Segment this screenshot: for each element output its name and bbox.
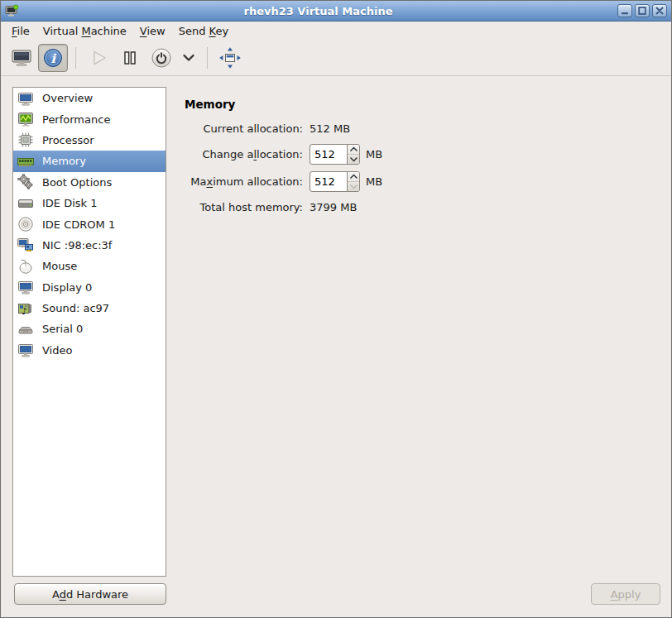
sidebar-item-label: Serial 0 [42,323,83,335]
sidebar-item-label: Processor [42,134,94,146]
maximum-allocation-spin-down [348,182,359,191]
titlebar[interactable]: rhevh23 Virtual Machine [1,1,671,22]
processor-icon [17,131,35,149]
power-icon [150,46,173,69]
change-allocation-input[interactable] [310,145,347,164]
sidebar-item-ide-cdrom-1[interactable]: IDE CDROM 1 [13,213,166,234]
sidebar-item-label: IDE Disk 1 [42,197,98,209]
boot-options-icon [17,173,35,191]
memory-icon [17,152,35,170]
maximum-allocation-spin-up[interactable] [348,172,359,182]
nic-icon [17,236,35,254]
sidebar-item-label: Overview [42,92,93,104]
sidebar-item-label: NIC :98:ec:3f [42,239,112,252]
shutdown-menu-button[interactable] [178,44,199,72]
svg-text:♪: ♪ [22,305,27,316]
spin-up-icon [349,174,358,180]
pause-button[interactable] [115,44,145,72]
sidebar-item-mouse[interactable]: Mouse [13,256,166,276]
current-allocation-label: Current allocation: [185,122,303,135]
memory-panel: Memory Current allocation: 512 MB Change… [185,98,663,213]
maximum-allocation-label: Maximum allocation: [185,175,303,188]
video-icon [17,341,35,359]
window-title: rhevh23 Virtual Machine [19,5,617,17]
sidebar-item-boot-options[interactable]: Boot Options [13,172,166,193]
cdrom-icon [17,215,35,233]
show-console-button[interactable] [7,44,36,72]
change-allocation-unit: MB [366,148,382,160]
window-icon [5,4,19,18]
change-allocation-spinbox [310,144,360,165]
current-allocation-value: 512 MB [310,122,350,135]
add-hardware-button[interactable]: Add Hardware [14,583,166,605]
performance-icon [17,110,35,128]
sidebar-item-display-0[interactable]: Display 0 [13,277,166,298]
fullscreen-button[interactable] [215,44,245,72]
total-host-memory-label: Total host memory: [185,201,303,213]
fullscreen-icon [218,46,242,70]
pause-icon [119,47,141,69]
sidebar-item-sound[interactable]: ♪ Sound: ac97 [13,298,166,319]
spin-down-icon [349,184,358,189]
serial-icon [17,320,35,338]
mouse-icon [17,257,35,275]
sidebar-item-overview[interactable]: Overview [13,88,166,108]
shutdown-button[interactable] [146,44,176,72]
sidebar-item-memory[interactable]: Memory [13,151,166,171]
spin-up-icon [349,146,358,152]
change-allocation-spin-up[interactable] [348,145,359,155]
maximum-allocation-input[interactable] [310,172,347,191]
spin-down-icon [349,156,358,162]
memory-heading: Memory [185,98,663,111]
show-details-button[interactable]: i [38,44,68,72]
sidebar-item-label: Sound: ac97 [42,302,109,314]
menu-file[interactable]: File [5,22,36,40]
run-button [84,44,113,72]
sound-icon: ♪ [17,299,35,318]
maximum-allocation-unit: MB [366,175,382,188]
maximize-button[interactable] [635,4,650,17]
menu-virtual-machine[interactable]: Virtual Machine [36,22,133,40]
menu-send-key[interactable]: Send Key [172,22,235,40]
sidebar-item-label: Performance [42,113,110,126]
toolbar-separator [75,47,76,69]
sidebar-item-video[interactable]: Video [13,340,166,361]
vm-details-window: rhevh23 Virtual Machine File Virtual Mac… [0,0,672,618]
sidebar-item-processor[interactable]: Processor [13,130,166,151]
sidebar-item-label: Mouse [42,260,77,272]
sidebar-item-nic[interactable]: NIC :98:ec:3f [13,235,166,256]
total-host-memory-value: 3799 MB [310,201,357,213]
sidebar-item-label: Video [42,344,72,357]
play-icon [88,47,109,69]
change-allocation-label: Change allocation: [185,148,303,160]
console-monitor-icon [11,47,32,69]
sidebar-item-label: Boot Options [42,176,112,189]
sidebar-item-label: Memory [42,155,86,167]
sidebar-item-ide-disk-1[interactable]: IDE Disk 1 [13,193,166,213]
apply-button: Apply [591,583,660,605]
toolbar: i [1,40,671,76]
menu-view[interactable]: View [133,22,172,40]
info-icon: i [42,47,64,69]
sidebar-item-performance[interactable]: Performance [13,108,166,129]
hardware-list: Overview Performance [12,87,166,577]
sidebar-item-label: Display 0 [42,281,92,294]
sidebar-item-label: IDE CDROM 1 [42,218,115,231]
minimize-button[interactable] [617,4,632,17]
sidebar-item-serial-0[interactable]: Serial 0 [13,319,166,339]
toolbar-separator [207,47,208,69]
change-allocation-spin-down[interactable] [348,155,359,164]
overview-icon [17,89,35,108]
menubar: File Virtual Machine View Send Key [1,22,671,40]
close-button[interactable] [652,4,667,17]
chevron-down-icon [180,49,198,67]
maximum-allocation-spinbox [310,171,360,192]
display-icon [17,278,35,296]
disk-icon [17,194,35,213]
